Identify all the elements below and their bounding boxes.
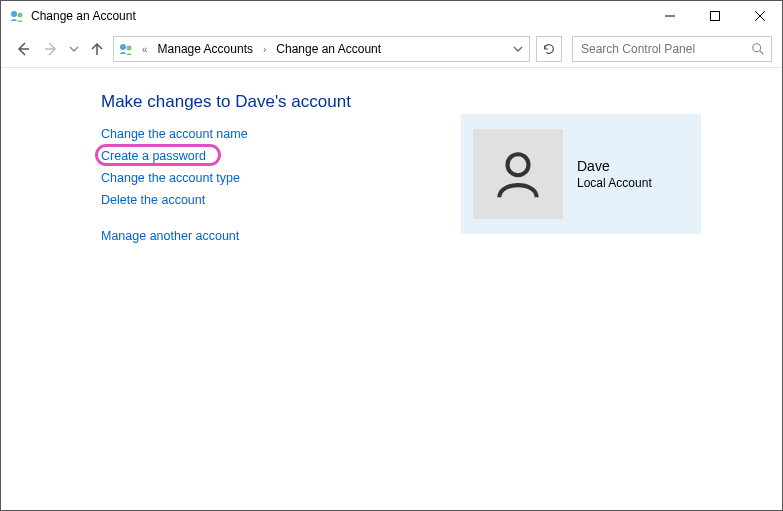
svg-point-10 bbox=[127, 46, 132, 51]
link-change-account-type[interactable]: Change the account type bbox=[101, 170, 240, 186]
svg-line-12 bbox=[760, 51, 764, 55]
svg-point-9 bbox=[120, 44, 126, 50]
breadcrumb-item[interactable]: Change an Account bbox=[274, 42, 383, 56]
account-tile: Dave Local Account bbox=[461, 114, 701, 234]
search-input[interactable] bbox=[579, 41, 751, 57]
navigation-bar: « Manage Accounts › Change an Account bbox=[1, 31, 782, 67]
avatar bbox=[473, 129, 563, 219]
link-delete-account[interactable]: Delete the account bbox=[101, 192, 205, 208]
maximize-button[interactable] bbox=[692, 1, 737, 31]
account-type: Local Account bbox=[577, 176, 652, 190]
svg-point-0 bbox=[11, 11, 17, 17]
user-accounts-icon bbox=[118, 41, 134, 57]
back-button[interactable] bbox=[11, 37, 35, 61]
actions-column: Make changes to Dave's account Change th… bbox=[101, 92, 421, 250]
up-button[interactable] bbox=[85, 37, 109, 61]
account-name: Dave bbox=[577, 158, 652, 174]
close-button[interactable] bbox=[737, 1, 782, 31]
window-title: Change an Account bbox=[31, 9, 136, 23]
account-info: Dave Local Account bbox=[577, 158, 652, 190]
svg-point-13 bbox=[508, 154, 529, 175]
breadcrumb-item[interactable]: Manage Accounts bbox=[156, 42, 255, 56]
search-icon bbox=[751, 42, 765, 56]
content-area: Make changes to Dave's account Change th… bbox=[1, 68, 782, 274]
chevron-right-icon: › bbox=[259, 44, 270, 55]
address-bar[interactable]: « Manage Accounts › Change an Account bbox=[113, 36, 530, 62]
link-manage-another-account[interactable]: Manage another account bbox=[101, 228, 239, 244]
svg-rect-3 bbox=[710, 12, 719, 21]
minimize-button[interactable] bbox=[647, 1, 692, 31]
refresh-button[interactable] bbox=[536, 36, 562, 62]
link-change-account-name[interactable]: Change the account name bbox=[101, 126, 248, 142]
link-create-password[interactable]: Create a password bbox=[101, 148, 206, 164]
svg-point-11 bbox=[753, 44, 761, 52]
page-title: Make changes to Dave's account bbox=[101, 92, 421, 112]
user-accounts-icon bbox=[9, 8, 25, 24]
svg-point-1 bbox=[18, 13, 23, 18]
forward-button[interactable] bbox=[39, 37, 63, 61]
titlebar: Change an Account bbox=[1, 1, 782, 31]
recent-locations-button[interactable] bbox=[67, 37, 81, 61]
breadcrumb-overflow[interactable]: « bbox=[138, 44, 152, 55]
address-dropdown-button[interactable] bbox=[509, 37, 527, 61]
person-icon bbox=[490, 146, 546, 202]
search-box[interactable] bbox=[572, 36, 772, 62]
